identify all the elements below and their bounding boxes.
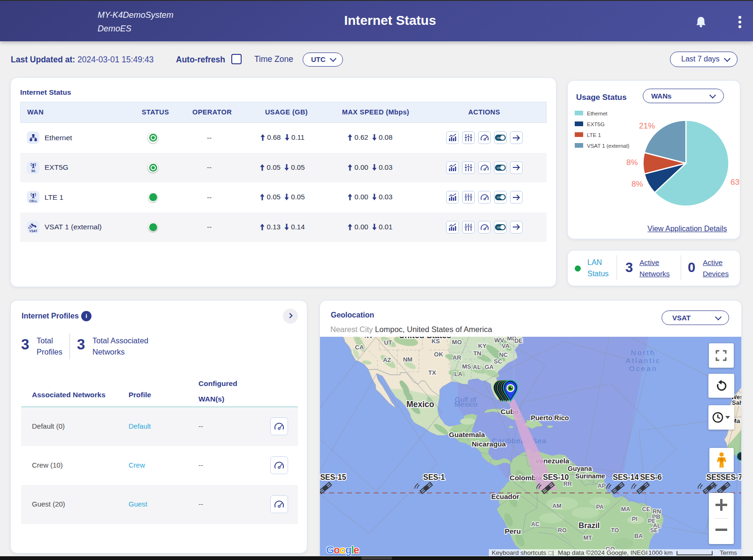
- svg-text:VSAT: VSAT: [29, 229, 37, 233]
- svg-text:PA: PA: [596, 504, 603, 510]
- svg-text:NC: NC: [499, 351, 508, 358]
- svg-text:SES-14: SES-14: [613, 473, 639, 481]
- svg-text:Brazil: Brazil: [578, 521, 600, 530]
- svg-text:Ecuador: Ecuador: [491, 492, 519, 500]
- svg-text:SES-7: SES-7: [721, 473, 742, 481]
- svg-text:CE: CE: [642, 506, 650, 513]
- svg-text:MS: MS: [462, 363, 472, 370]
- svg-text:SE: SE: [650, 527, 658, 534]
- svg-text:MO: MO: [452, 339, 462, 346]
- svg-text:AR: AR: [452, 354, 461, 361]
- svg-text:RO: RO: [558, 527, 567, 534]
- svg-text:GA: GA: [485, 363, 494, 371]
- svg-text:LA: LA: [454, 371, 463, 378]
- svg-text:UT: UT: [384, 339, 392, 346]
- svg-text:ON: ON: [497, 166, 501, 169]
- svg-text:TO: TO: [611, 527, 619, 534]
- svg-text:SC: SC: [494, 358, 503, 365]
- svg-text:Mexico: Mexico: [406, 400, 434, 409]
- svg-text:CA: CA: [355, 344, 364, 351]
- svg-text:AL: AL: [473, 363, 481, 371]
- svg-text:KS: KS: [432, 338, 440, 345]
- svg-text:Peru: Peru: [505, 527, 521, 535]
- svg-text:Ocean: Ocean: [629, 364, 658, 372]
- svg-text:NV: NV: [365, 337, 373, 340]
- svg-text:VA: VA: [502, 342, 510, 349]
- svg-text:BA: BA: [634, 533, 643, 539]
- svg-text:AC: AC: [531, 521, 540, 528]
- svg-text:DE: DE: [514, 337, 523, 344]
- svg-text:Suriname: Suriname: [575, 472, 605, 480]
- svg-text:AP: AP: [598, 483, 606, 489]
- svg-text:AZ: AZ: [383, 356, 391, 363]
- svg-text:OK: OK: [434, 351, 443, 358]
- svg-text:North: North: [631, 348, 656, 356]
- svg-text:CELL: CELL: [29, 199, 37, 203]
- svg-text:SES-10: SES-10: [543, 473, 569, 481]
- svg-text:NM: NM: [403, 356, 412, 363]
- svg-text:AM: AM: [552, 503, 561, 509]
- svg-text:SES-1: SES-1: [423, 473, 445, 481]
- svg-text:RR: RR: [563, 481, 572, 487]
- svg-text:PI: PI: [632, 516, 638, 522]
- svg-text:SES-15: SES-15: [320, 473, 346, 481]
- svg-text:Caribbean Sea: Caribbean Sea: [492, 437, 546, 445]
- svg-text:United States: United States: [399, 337, 451, 340]
- svg-text:ON: ON: [497, 197, 501, 199]
- svg-text:5G: 5G: [31, 169, 35, 173]
- svg-text:Guatemala: Guatemala: [449, 431, 485, 439]
- svg-text:TN: TN: [473, 350, 481, 357]
- svg-text:Guyana: Guyana: [568, 465, 592, 472]
- svg-text:SES-6: SES-6: [640, 473, 662, 481]
- svg-text:Atlantic: Atlantic: [626, 356, 661, 364]
- svg-text:Puerto Rico: Puerto Rico: [531, 414, 569, 422]
- svg-text:KY: KY: [478, 342, 487, 349]
- svg-text:TX: TX: [428, 369, 436, 376]
- svg-text:ON: ON: [497, 226, 501, 229]
- svg-text:MA: MA: [621, 506, 630, 513]
- svg-text:MT: MT: [584, 535, 592, 541]
- svg-text:ON: ON: [497, 137, 501, 140]
- svg-text:Mexico: Mexico: [454, 400, 477, 408]
